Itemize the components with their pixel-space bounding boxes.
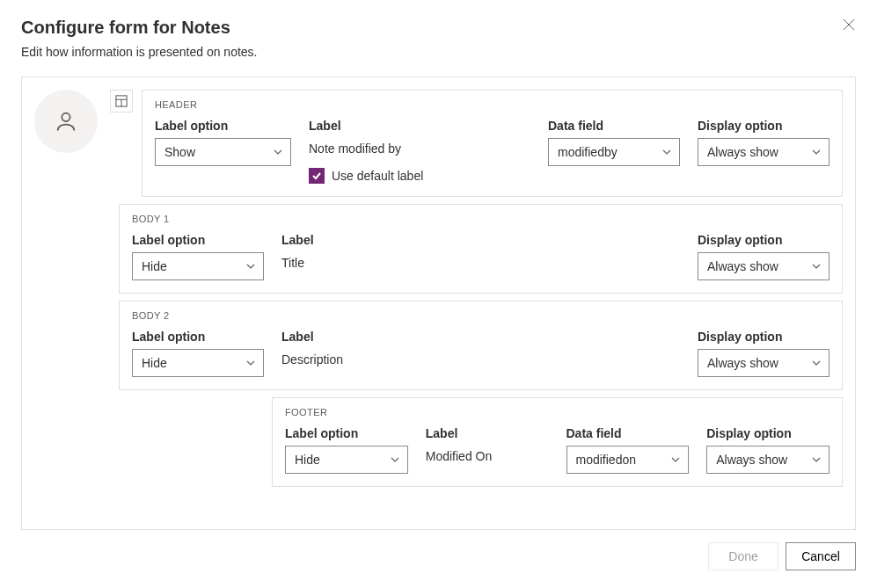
chevron-down-icon (811, 454, 822, 465)
dialog-title: Configure form for Notes (21, 18, 258, 38)
footer-data-field-select[interactable]: modifiedon (566, 446, 690, 474)
close-button[interactable] (842, 18, 856, 34)
body1-section: BODY 1 Label option Hide Label Title (119, 204, 843, 294)
header-label-option-value: Show (164, 145, 195, 159)
checkmark-icon (311, 171, 322, 181)
label-option-label: Label option (132, 330, 264, 344)
header-display-option-value: Always show (707, 145, 778, 159)
layout-icon (115, 95, 128, 107)
chevron-down-icon (811, 261, 822, 272)
section-title-footer: FOOTER (285, 407, 829, 417)
body1-label-option-value: Hide (142, 259, 167, 273)
label-label: Label (281, 330, 680, 344)
chevron-down-icon (390, 454, 400, 465)
label-option-label: Label option (132, 233, 264, 247)
header-display-option-select[interactable]: Always show (698, 138, 829, 166)
footer-section: FOOTER Label option Hide Label Modified … (272, 397, 843, 487)
display-option-label: Display option (698, 330, 829, 344)
section-title-header: HEADER (155, 99, 829, 110)
done-button: Done (708, 542, 778, 570)
chevron-down-icon (811, 147, 822, 157)
body2-label-option-value: Hide (142, 356, 167, 370)
chevron-down-icon (245, 261, 256, 272)
body1-label-option-select[interactable]: Hide (132, 252, 264, 280)
footer-label-option-value: Hide (295, 453, 320, 467)
label-option-label: Label option (155, 119, 291, 133)
body2-label-option-select[interactable]: Hide (132, 349, 264, 377)
chevron-down-icon (670, 454, 681, 465)
label-label: Label (281, 233, 680, 247)
header-label-option-select[interactable]: Show (155, 138, 291, 166)
footer-label-option-select[interactable]: Hide (285, 446, 408, 474)
avatar (34, 90, 98, 153)
data-field-label: Data field (566, 426, 690, 440)
body1-display-option-select[interactable]: Always show (698, 252, 829, 280)
dialog-subtitle: Edit how information is presented on not… (21, 45, 258, 59)
chevron-down-icon (273, 147, 283, 157)
label-label: Label (309, 119, 530, 133)
person-icon (54, 109, 78, 134)
footer-label-value: Modified On (426, 446, 549, 463)
body1-label-value: Title (281, 252, 680, 270)
display-option-label: Display option (706, 426, 829, 440)
data-field-label: Data field (548, 119, 680, 133)
form-area: HEADER Label option Show Label Note modi… (21, 76, 856, 530)
chevron-down-icon (811, 358, 822, 368)
footer-display-option-select[interactable]: Always show (706, 446, 829, 474)
use-default-label-checkbox[interactable] (309, 168, 325, 184)
footer-data-field-value: modifiedon (576, 453, 637, 467)
cancel-button[interactable]: Cancel (786, 542, 856, 570)
body2-display-option-value: Always show (707, 356, 778, 370)
body2-section: BODY 2 Label option Hide Label Descripti… (119, 301, 843, 390)
body2-display-option-select[interactable]: Always show (698, 349, 829, 377)
chevron-down-icon (245, 358, 256, 368)
svg-point-2 (62, 113, 69, 121)
use-default-label-text: Use default label (332, 169, 423, 183)
header-data-field-value: modifiedby (558, 145, 618, 159)
body1-display-option-value: Always show (707, 259, 778, 273)
footer-display-option-value: Always show (716, 453, 787, 467)
display-option-label: Display option (698, 119, 829, 133)
header-data-field-select[interactable]: modifiedby (548, 138, 680, 166)
section-title-body2: BODY 2 (132, 310, 829, 321)
label-label: Label (426, 426, 549, 440)
body2-label-value: Description (281, 349, 680, 367)
layout-preview-header[interactable] (110, 90, 133, 113)
label-option-label: Label option (285, 426, 408, 440)
chevron-down-icon (661, 147, 672, 157)
header-section: HEADER Label option Show Label Note modi… (142, 90, 843, 197)
display-option-label: Display option (698, 233, 829, 247)
close-icon (842, 18, 856, 32)
section-title-body1: BODY 1 (132, 214, 829, 224)
header-label-value: Note modified by (309, 138, 530, 156)
